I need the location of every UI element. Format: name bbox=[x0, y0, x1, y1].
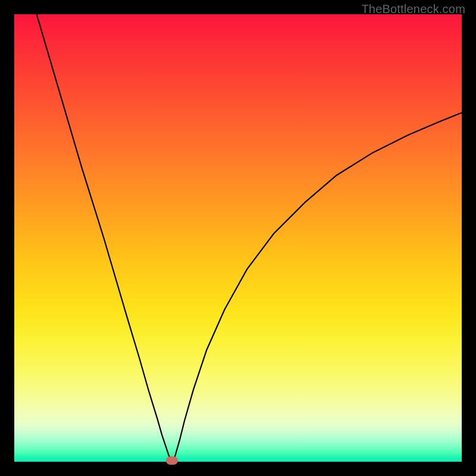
watermark-text: TheBottleneck.com bbox=[361, 2, 465, 16]
chart-plot-area bbox=[14, 14, 462, 462]
optimum-marker bbox=[166, 456, 178, 465]
bottleneck-curve bbox=[14, 14, 462, 462]
